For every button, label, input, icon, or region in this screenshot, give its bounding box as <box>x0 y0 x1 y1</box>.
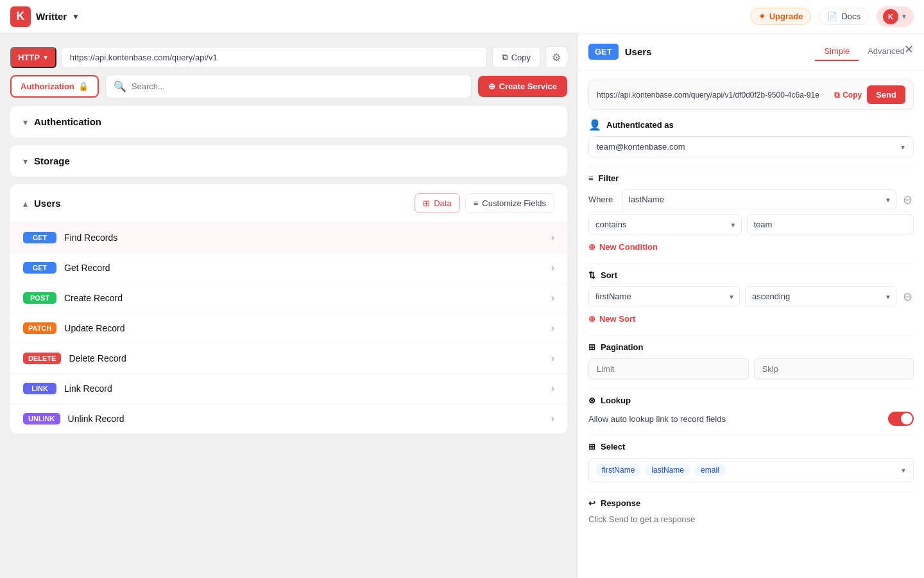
create-service-button[interactable]: ⊕ Create Service <box>478 76 567 97</box>
copy-url-button[interactable]: ⧉ Copy <box>492 47 540 67</box>
avatar-dropdown-icon: ▼ <box>901 13 907 20</box>
endpoint-name: Get Record <box>64 263 110 273</box>
new-sort-button[interactable]: ⊕ New Sort <box>588 311 635 326</box>
users-title: Users <box>34 198 61 209</box>
condition-select-wrapper: contains <box>588 215 742 234</box>
lookup-desc: Allow auto lookup link to record fields <box>588 414 726 424</box>
method-badge: GET <box>23 232 56 243</box>
small-copy-button[interactable]: ⧉ Copy <box>834 91 862 100</box>
storage-section: ▾ Storage <box>10 145 567 177</box>
sort-order-dropdown[interactable]: ascending <box>745 286 896 306</box>
select-tag: firstName <box>595 464 641 477</box>
chevron-right-icon: › <box>551 383 554 394</box>
logo-icon: K <box>10 6 31 27</box>
users-title-area: ▴ Users <box>23 198 61 209</box>
sort-label-row: ⇅ Sort <box>588 270 914 280</box>
lookup-row: Allow auto lookup link to record fields <box>588 412 914 426</box>
chevron-right-icon: › <box>551 353 554 364</box>
method-badge: LINK <box>23 383 56 394</box>
endpoint-row[interactable]: LINK Link Record › <box>10 373 567 403</box>
endpoint-row[interactable]: UNLINK Unlink Record › <box>10 403 567 434</box>
endpoint-row[interactable]: DELETE Delete Record › <box>10 343 567 373</box>
endpoint-row[interactable]: PATCH Update Record › <box>10 313 567 343</box>
new-condition-label: New Condition <box>599 242 658 252</box>
upgrade-button[interactable]: ✦ Upgrade <box>750 8 812 25</box>
main-layout: HTTP ▼ ⧉ Copy ⚙ Authorization 🔒 🔍 <box>0 33 924 578</box>
auth-email-dropdown[interactable]: team@kontenbase.com <box>588 136 914 157</box>
authentication-header[interactable]: ▾ Authentication <box>10 106 567 137</box>
filter-section: ≡ Filter Where lastName ⊖ <box>588 173 914 254</box>
select-label-text: Select <box>601 442 625 451</box>
docs-button[interactable]: 📄 Docs <box>819 8 869 25</box>
plus-circle-icon: ⊕ <box>588 314 595 324</box>
sort-label-text: Sort <box>601 270 617 280</box>
auth-as-section: 👤 Authenticated as team@kontenbase.com <box>588 119 914 157</box>
where-label: Where <box>588 195 617 204</box>
condition-select[interactable]: contains <box>588 215 742 234</box>
lookup-toggle[interactable] <box>888 412 914 426</box>
endpoints-list: GET Find Records › GET Get Record › POST… <box>10 222 567 434</box>
skip-input[interactable] <box>754 358 914 380</box>
chevron-up-icon[interactable]: ▴ <box>23 198 28 209</box>
search-input[interactable] <box>132 82 463 91</box>
create-service-label: Create Service <box>499 82 557 91</box>
get-badge: GET <box>588 44 619 60</box>
tab-simple-label: Simple <box>824 46 850 56</box>
url-row: HTTP ▼ ⧉ Copy ⚙ <box>10 46 567 68</box>
list-icon: ≡ <box>474 198 479 208</box>
endpoint-row[interactable]: GET Find Records › <box>10 222 567 252</box>
api-url-text: https://api.kontenbase.com/query/api/v1/… <box>597 91 829 100</box>
user-icon: 👤 <box>588 119 601 131</box>
select-tags-wrapper[interactable]: firstNamelastNameemail▼ <box>588 458 914 482</box>
plus-circle-icon: ⊕ <box>488 82 495 91</box>
endpoint-left: POST Create Record <box>23 292 123 304</box>
users-header: ▴ Users ⊞ Data ≡ Customize Fields <box>10 184 567 222</box>
copy-icon: ⧉ <box>502 52 508 62</box>
settings-button[interactable]: ⚙ <box>545 46 567 68</box>
pagination-label-text: Pagination <box>601 342 643 352</box>
avatar-button[interactable]: K ▼ <box>877 6 914 27</box>
endpoint-row[interactable]: POST Create Record › <box>10 283 567 313</box>
small-copy-icon: ⧉ <box>834 91 840 100</box>
filter-condition-row: contains <box>588 215 914 234</box>
limit-input[interactable] <box>588 358 749 380</box>
remove-sort-button[interactable]: ⊖ <box>902 288 914 305</box>
authentication-title: Authentication <box>34 116 101 127</box>
remove-filter-button[interactable]: ⊖ <box>902 191 914 208</box>
lookup-section: ⊛ Lookup Allow auto lookup link to recor… <box>588 396 914 426</box>
lookup-label-row: ⊛ Lookup <box>588 396 914 405</box>
upgrade-label: Upgrade <box>769 12 803 21</box>
storage-header[interactable]: ▾ Storage <box>10 145 567 177</box>
endpoint-left: LINK Link Record <box>23 383 112 394</box>
data-button[interactable]: ⊞ Data <box>415 193 459 213</box>
close-button[interactable]: ✕ <box>902 40 916 59</box>
lookup-icon: ⊛ <box>588 396 595 405</box>
new-condition-button[interactable]: ⊕ New Condition <box>588 240 658 254</box>
divider-4 <box>588 389 914 389</box>
filter-value-input[interactable] <box>747 215 914 234</box>
customize-fields-button[interactable]: ≡ Customize Fields <box>465 193 554 213</box>
grid-icon: ⊞ <box>423 198 430 208</box>
endpoint-name: Unlink Record <box>68 414 124 424</box>
filter-field-dropdown[interactable]: lastName <box>622 189 896 209</box>
nav-right: ✦ Upgrade 📄 Docs K ▼ <box>750 6 914 27</box>
docs-label: Docs <box>841 12 860 21</box>
tab-simple[interactable]: Simple <box>815 42 859 61</box>
pagination-inputs <box>588 358 914 380</box>
chevron-right-icon: › <box>551 262 554 274</box>
auth-as-label-row: 👤 Authenticated as <box>588 119 914 131</box>
endpoint-row[interactable]: GET Get Record › <box>10 252 567 283</box>
divider-5 <box>588 435 914 435</box>
search-bar: 🔍 <box>105 74 472 98</box>
select-tag: lastName <box>645 464 690 477</box>
app-dropdown-icon[interactable]: ▼ <box>72 12 80 21</box>
small-copy-label: Copy <box>843 91 862 100</box>
sort-field-dropdown[interactable]: firstName <box>588 286 740 306</box>
http-method-button[interactable]: HTTP ▼ <box>10 47 56 68</box>
authorization-button[interactable]: Authorization 🔒 <box>10 75 99 98</box>
auth-email-dropdown-wrapper: team@kontenbase.com <box>588 136 914 157</box>
select-section: ⊞ Select firstNamelastNameemail▼ <box>588 442 914 482</box>
url-input[interactable] <box>62 47 487 68</box>
send-button[interactable]: Send <box>867 85 905 104</box>
tab-area: Simple Advanced <box>815 42 914 61</box>
